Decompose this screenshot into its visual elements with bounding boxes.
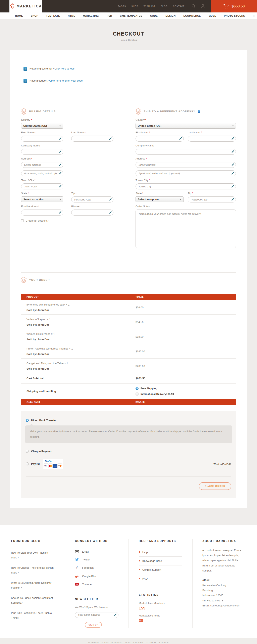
main-nav-item[interactable]: DESIGN: [166, 14, 176, 17]
main-nav-item[interactable]: MARKETING: [83, 14, 99, 17]
shipping-company-input[interactable]: [136, 149, 236, 155]
product-column-header: PRODUCT: [21, 296, 130, 298]
shipping-first-name-input[interactable]: [136, 136, 184, 142]
billing-apartment-input[interactable]: [21, 170, 63, 176]
coupon-notice: i Have a coupon? Click here to enter you…: [21, 76, 236, 88]
copyright-text: COPYRIGHT © 2013 TOKOPRESS: [88, 642, 122, 644]
billing-zip-input[interactable]: [71, 196, 114, 202]
help-heading: HELP AND SUPPORTS: [139, 539, 182, 542]
top-nav-item[interactable]: CONTACT: [173, 5, 184, 8]
order-notes-textarea[interactable]: [136, 210, 236, 248]
billing-country-select[interactable]: United States (US): [21, 123, 63, 128]
newsletter-signup-button[interactable]: SIGN UP: [85, 622, 102, 628]
top-nav-item[interactable]: WISHLIST: [144, 5, 155, 8]
billing-heading: BILLING DETAILS: [21, 107, 130, 116]
help-link[interactable]: Help: [139, 548, 182, 556]
place-order-button[interactable]: PLACE ORDER: [199, 482, 231, 490]
shipping-option-label: Free Shipping: [140, 387, 157, 390]
blog-link[interactable]: Plus Size Fashion: Is There Such a Thing…: [11, 608, 54, 623]
login-link[interactable]: Click here to login: [54, 67, 75, 70]
order-row-product: Proton Absolute Wordpress Themes × 1 Sol…: [21, 347, 130, 356]
shipping-option[interactable]: International Delivery: $5.90: [136, 392, 236, 396]
top-nav-item[interactable]: SHOP: [131, 5, 138, 8]
create-account-checkbox[interactable]: [21, 219, 24, 222]
footer-connect-column: CONNECT WITH US Email Twitter f Facebook…: [65, 539, 128, 628]
help-link[interactable]: Contact Support: [139, 566, 182, 574]
help-link[interactable]: Knowladge Base: [139, 556, 182, 566]
payment-option-paypal[interactable]: PayPal PayPal VISA AMEX What is PayPal?: [21, 459, 236, 469]
social-link-google-plus[interactable]: g+ Google Plus: [75, 572, 118, 580]
blog-link[interactable]: How To Start Your Own Fashion Store?: [11, 548, 54, 563]
create-account-label: Create an account?: [26, 219, 48, 222]
payment-panel: Direct Bank Transfer Make your payment d…: [21, 411, 236, 498]
product-seller: Sold by: John Doe: [26, 323, 130, 326]
blog-link[interactable]: How To Choose The Perfect Fashion Store?: [11, 563, 54, 578]
social-link-email[interactable]: Email: [75, 548, 118, 556]
create-account-option[interactable]: Create an account?: [21, 219, 114, 222]
shipping-option[interactable]: Free Shipping: [136, 387, 236, 390]
required-mark: *: [80, 205, 80, 208]
radio-selected-icon[interactable]: [136, 387, 138, 390]
blog-link[interactable]: What is So Alluring About Celebrity Fash…: [11, 578, 54, 593]
main-nav-item[interactable]: CODE: [150, 14, 158, 17]
main-nav-item[interactable]: SHOP: [31, 14, 38, 17]
top-nav-item[interactable]: BLOG: [160, 5, 168, 8]
required-mark: *: [142, 192, 143, 195]
social-link-youtube[interactable]: You Youtube: [75, 580, 118, 588]
newsletter-email-input[interactable]: [75, 612, 118, 618]
shipping-street-input[interactable]: [136, 162, 236, 168]
logo[interactable]: MARKETICA: [10, 0, 42, 12]
radio-icon[interactable]: [26, 450, 29, 453]
logo-text: MARKETICA: [17, 4, 42, 8]
breadcrumb-home-link[interactable]: Home: [120, 39, 126, 41]
cart-button[interactable]: $653.50: [211, 0, 257, 12]
top-nav-item[interactable]: PAGES: [118, 5, 126, 8]
shipping-country-select[interactable]: United States (US): [136, 123, 236, 128]
payment-option-cheque[interactable]: Cheque Payment: [21, 450, 236, 453]
radio-icon[interactable]: [136, 392, 138, 396]
shipping-apartment-input[interactable]: [136, 170, 236, 176]
coupon-link[interactable]: Click here to enter your code: [49, 79, 82, 82]
billing-first-name-input[interactable]: [21, 136, 63, 142]
main-nav-item[interactable]: TEMPLATE: [46, 14, 60, 17]
shipping-town-input[interactable]: [136, 184, 236, 190]
shipping-country-value: United States (US): [138, 124, 162, 127]
checkout-card: i Returning customer? Click here to logi…: [10, 50, 247, 508]
nav-more-icon[interactable]: [253, 14, 255, 17]
main-nav-item[interactable]: MUSE: [208, 14, 216, 17]
about-text: ec mollis lorem consequat. Fusce ipsum e…: [202, 548, 243, 573]
billing-last-name-input[interactable]: [71, 136, 114, 142]
shipping-zip-input[interactable]: [188, 196, 236, 202]
main-nav-item[interactable]: HTML: [68, 14, 75, 17]
ship-different-checkbox[interactable]: [198, 110, 200, 113]
main-nav-item[interactable]: PHOTO STOCKS: [224, 14, 245, 17]
radio-selected-icon[interactable]: [26, 419, 29, 422]
main-nav-item[interactable]: HOME: [15, 14, 23, 17]
social-link-facebook[interactable]: f Facebook: [75, 564, 118, 572]
help-link[interactable]: FAQ: [139, 574, 182, 583]
blog-link[interactable]: Should You Use Fashion Consultant Servic…: [11, 593, 54, 608]
order-row-total: $200.00: [130, 364, 236, 368]
billing-company-input[interactable]: [21, 149, 63, 155]
what-is-paypal-link[interactable]: What is PayPal?: [214, 463, 231, 465]
radio-icon[interactable]: [26, 462, 29, 466]
payment-option-bank[interactable]: Direct Bank Transfer: [21, 419, 236, 422]
billing-phone-input[interactable]: [71, 210, 114, 216]
shipping-state-select[interactable]: Select an option...: [136, 196, 184, 202]
main-nav-item[interactable]: CMS TEMPLATES: [120, 14, 142, 17]
product-seller: Sold by: John Doe: [26, 367, 130, 370]
privacy-policy-link[interactable]: PRIVACY POLICY: [126, 642, 143, 644]
info-icon: i: [24, 67, 27, 71]
terms-link[interactable]: TERMS OF SERVICES: [146, 642, 169, 644]
search-icon[interactable]: [191, 4, 196, 8]
billing-state-select[interactable]: Select an option...: [21, 196, 63, 202]
billing-email-input[interactable]: [21, 210, 63, 216]
account-icon[interactable]: [200, 4, 205, 9]
main-nav-item[interactable]: PSD: [106, 14, 112, 17]
billing-street-input[interactable]: [21, 162, 63, 168]
social-link-twitter[interactable]: Twitter: [75, 556, 118, 564]
shipping-last-name-input[interactable]: [188, 136, 236, 142]
billing-town-input[interactable]: [21, 184, 63, 190]
order-row: Women Hold iPhone × 1 Sold by: John Doe …: [21, 329, 236, 344]
main-nav-item[interactable]: ECOMMERCE: [184, 14, 201, 17]
